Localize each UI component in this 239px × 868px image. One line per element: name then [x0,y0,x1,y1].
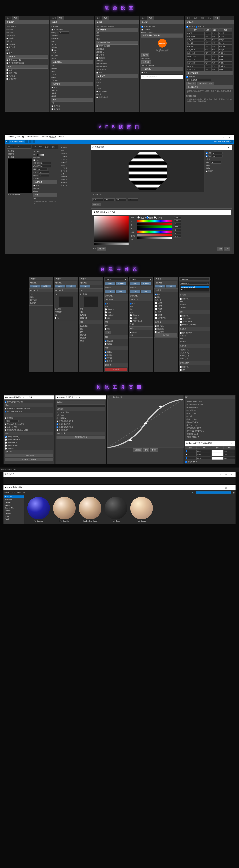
cat-item[interactable]: Carpets [4,504,24,506]
r[interactable] [137,216,140,219]
cb[interactable] [5,429,6,431]
cb[interactable] [96,72,98,73]
btn-close[interactable]: 关闭 [224,247,230,250]
cb[interactable] [56,429,58,431]
curve-editor[interactable] [107,399,184,448]
r[interactable] [155,314,157,316]
cb[interactable] [186,450,187,452]
btn[interactable]: 1%E7 [130,282,140,285]
r[interactable] [5,447,7,450]
cb[interactable] [5,411,6,412]
l[interactable]: 更换光混合设置 [187,433,198,435]
cb[interactable] [155,325,157,327]
min-btn[interactable]: − [218,472,223,476]
cb[interactable] [52,29,53,31]
r[interactable] [155,302,157,304]
btn[interactable]: 灯光 [105,290,115,293]
t[interactable]: 场景 [57,16,64,20]
cb-multi[interactable] [6,62,8,64]
icon[interactable] [32,140,35,143]
min-btn[interactable]: − [216,135,221,139]
btn[interactable]: CR灯光 [30,285,40,287]
value-slider[interactable] [94,243,129,245]
r[interactable] [5,438,7,441]
hue-bar2[interactable] [137,231,172,233]
btn[interactable]: 灯光达标 [105,368,127,371]
t[interactable]: 场景 [192,16,199,20]
table-row[interactable]: 基本_反射打开打开基本_III... [187,42,232,44]
tb-region[interactable]: 区域 [218,141,221,143]
g-bar[interactable] [137,225,172,227]
close-btn[interactable]: × [229,442,234,445]
t[interactable]: 相机 [199,16,206,20]
mod-item[interactable]: Teapot [181,288,209,291]
in[interactable] [174,216,181,219]
close-btn[interactable]: × [224,211,230,214]
cb[interactable] [52,49,53,51]
cb[interactable] [5,426,6,428]
l[interactable]: 打开所有标交互灯光 [187,427,201,429]
cb[interactable] [180,366,182,368]
r[interactable] [130,317,132,319]
btn[interactable]: 直接要导出的对象 [56,436,105,439]
l[interactable]: 设色 CR VFB [187,424,196,426]
btn[interactable]: 灯光 [130,290,140,293]
cb-iso[interactable] [6,43,8,45]
r[interactable] [155,317,157,319]
r[interactable] [105,314,107,316]
cb[interactable] [130,332,132,333]
btn[interactable]: CR灯 [55,285,65,287]
in-name[interactable] [180,278,209,280]
btn[interactable]: 1%E7 [105,282,115,285]
mat-thumb[interactable]: Fur Realistic [52,497,77,522]
cb[interactable] [155,297,157,298]
tb-pick[interactable]: 选择 [222,141,225,143]
cb[interactable] [105,328,106,330]
btn[interactable]: 无人 [105,331,111,334]
r[interactable] [105,311,107,313]
cb[interactable] [56,424,58,425]
tb-max[interactable]: = Max [14,141,18,143]
btn[interactable]: 灯光 [65,285,76,287]
mat-thumb[interactable]: Hair Blonde [129,497,154,522]
in[interactable] [37,168,48,170]
in[interactable] [39,174,49,177]
t[interactable]: 公用 [140,16,147,20]
l[interactable]: 设色 CR 分布 [187,412,196,414]
r-bar[interactable] [137,223,172,225]
btn[interactable]: 重容 [143,448,150,452]
r[interactable] [155,305,157,307]
cb[interactable] [96,96,98,98]
cb[interactable] [130,303,132,305]
t[interactable]: 场景 [147,16,154,20]
cb[interactable] [52,87,53,88]
cb[interactable] [5,424,6,425]
mat-thumb[interactable]: Hair Black [104,497,128,522]
in[interactable] [174,222,181,225]
max-btn[interactable]: □ [223,472,229,476]
btn[interactable]: 灯光 [80,285,90,287]
l[interactable]: 删除丢失的贴图 [187,406,198,409]
r[interactable] [180,318,182,320]
cb[interactable] [55,317,56,319]
in[interactable] [212,155,222,157]
cat-item[interactable]: Concrete [4,512,24,515]
in[interactable] [211,161,221,163]
close-icon[interactable]: ✕ [230,140,233,143]
table-row[interactable]: m色 11.00 [185,450,235,453]
btn[interactable]: 自动编格 [116,282,126,285]
t[interactable]: 场景 [102,16,109,20]
cb[interactable] [186,454,187,455]
tb-stats[interactable]: 统计 [214,141,217,143]
l[interactable]: Corona: 材质/灯 转换 [187,401,202,403]
btn[interactable]: Corona 渲染器 [5,454,53,457]
table-row[interactable]: 几何体_切变打开打开几何体_... [187,65,232,68]
btn-mat[interactable]: 花材网 [141,54,149,57]
cb[interactable] [180,369,182,371]
cb[interactable] [206,152,208,154]
btn[interactable]: 灯光 [116,290,126,293]
hue-bar[interactable] [137,220,172,222]
t[interactable]: RI [32,145,37,149]
min-btn[interactable]: − [218,486,223,490]
close-btn[interactable]: × [225,146,231,150]
